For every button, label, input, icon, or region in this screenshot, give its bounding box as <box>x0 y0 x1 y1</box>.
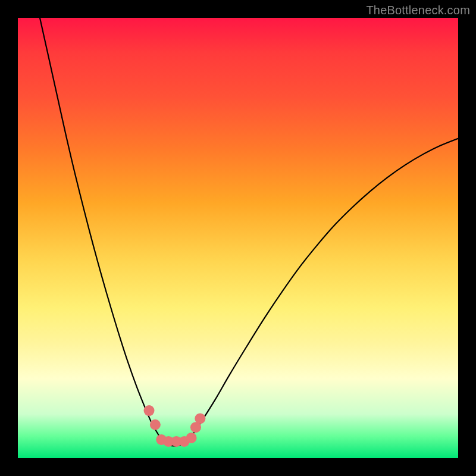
curve-markers <box>144 405 206 447</box>
curve-marker <box>144 405 155 416</box>
curve-marker <box>186 433 197 443</box>
curve-path <box>40 18 458 446</box>
chart-frame: TheBottleneck.com <box>0 0 476 476</box>
curve-marker <box>150 419 161 430</box>
bottleneck-curve <box>18 18 458 458</box>
plot-area <box>18 18 458 458</box>
watermark-label: TheBottleneck.com <box>366 4 470 17</box>
curve-marker <box>195 413 205 424</box>
